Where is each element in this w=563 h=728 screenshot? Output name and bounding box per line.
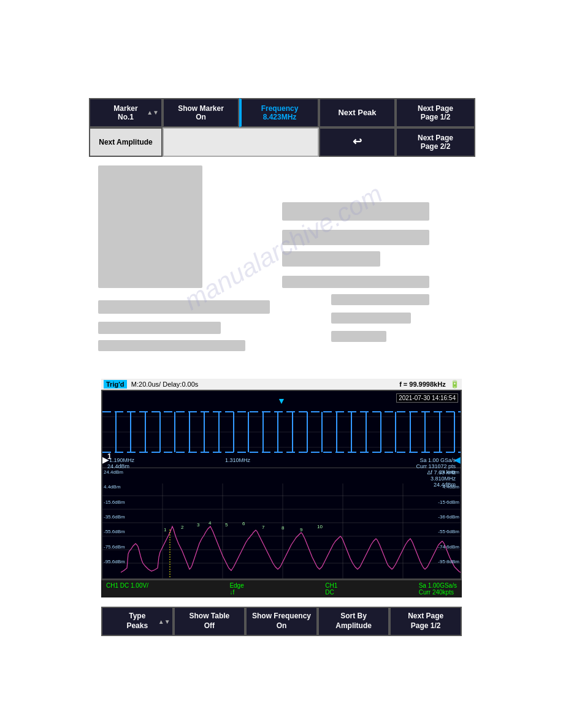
db-label-4l: -35.6dBm [104, 514, 125, 520]
next-amplitude-button[interactable]: Next Amplitude [89, 127, 163, 157]
scope-header-right: f = 99.9998kHz 🔋 [399, 380, 459, 389]
next-peak-label: Next Peak [338, 108, 376, 118]
scope-container: Trig'd M:20.0us/ Delay:0.00s f = 99.9998… [101, 379, 462, 597]
marker-arrow-icon: ▲▼ [147, 109, 159, 116]
frequency-label: Frequency [261, 104, 299, 113]
show-table-value: Off [204, 621, 215, 631]
freq-left-label: -1.190MHz [107, 457, 134, 463]
db-label-3l: -15.6dBm [104, 499, 125, 505]
marker-no-value: No.1 [118, 113, 134, 121]
show-marker-value: On [196, 113, 206, 121]
redacted-block-10 [331, 313, 411, 324]
db-label-7l: -95.6dBm [104, 559, 125, 564]
db-label-2r: 4.4dBm [438, 484, 459, 490]
svg-text:3: 3 [197, 522, 200, 528]
show-marker-label: Show Marker [178, 104, 224, 113]
db-label-2l: 4.4dBm [104, 484, 125, 490]
next-amplitude-label: Next Amplitude [99, 138, 153, 146]
show-marker-button[interactable]: Show Marker On [163, 98, 239, 127]
scope-info-top-left: -1.190MHz 24.4dBm [107, 457, 134, 469]
db-top-label: 24.4dBm [107, 463, 134, 469]
curr-pts: Curr 131072 pts [416, 463, 456, 469]
redacted-block-5 [98, 300, 270, 314]
square-wave-svg [102, 398, 461, 463]
status-ch2: CH1 DC [325, 582, 337, 596]
scope-info-top-mid: 1.310MHz [225, 457, 250, 463]
scope-header: Trig'd M:20.0us/ Delay:0.00s f = 99.9998… [101, 379, 462, 390]
bottom-next-page-label: Next Page [408, 612, 443, 621]
empty-cell [163, 127, 319, 157]
db-label-6l: -75.6dBm [104, 544, 125, 550]
sort-label: Sort By [340, 612, 367, 621]
trig-label: Trig'd [104, 380, 127, 389]
show-table-button[interactable]: Show Table Off [174, 607, 246, 636]
svg-text:4: 4 [209, 520, 212, 526]
db-label-5l: -55.6dBm [104, 529, 125, 534]
next-page-1-value: Page 1/2 [421, 113, 451, 121]
marker-label: Marker [113, 104, 137, 113]
scope-status-bar: CH1 DC 1.00V/ Edge ↓f CH1 DC Sa 1.00GSa/… [101, 580, 462, 597]
redacted-block-4 [282, 251, 380, 267]
spectrum-svg: 1 2 3 4 5 6 7 8 9 10 [102, 483, 461, 578]
type-button[interactable]: Type Peaks ▲▼ [101, 607, 174, 636]
redacted-block-8 [282, 276, 429, 288]
svg-text:9: 9 [300, 527, 303, 533]
timebase-label: M:20.0us/ Delay:0.00s [131, 381, 198, 388]
db-label-3r: -15·6dBm [438, 499, 459, 505]
next-peak-button[interactable]: Next Peak [319, 98, 396, 127]
sa-info: Sa 1.00 GSa/s [416, 457, 456, 463]
freq-display: f = 99.9998kHz [399, 381, 446, 388]
svg-text:6: 6 [242, 521, 245, 526]
frequency-value: 8.423MHz [263, 113, 297, 121]
redacted-block-11 [331, 331, 386, 342]
next-page-1-label: Next Page [418, 104, 453, 113]
next-page-2-button[interactable]: Next Page Page 2/2 [396, 127, 475, 157]
top-menu-bar: Marker No.1 ▲▼ Show Marker On Frequency … [89, 98, 475, 157]
svg-text:8: 8 [282, 525, 285, 531]
next-page-2-label: Next Page [418, 134, 453, 142]
freq-mid-label: 1.310MHz [225, 457, 250, 463]
show-frequency-button[interactable]: Show Frequency On [245, 607, 318, 636]
menu-row-2: Next Amplitude ↩ Next Page Page 2/2 [89, 127, 475, 157]
redacted-content [61, 165, 460, 362]
redacted-block-6 [98, 322, 221, 334]
show-freq-label: Show Frequency [252, 612, 311, 621]
back-icon: ↩ [353, 135, 362, 149]
redacted-block-2 [282, 202, 429, 221]
bottom-menu-bar: Type Peaks ▲▼ Show Table Off Show Freque… [101, 607, 462, 636]
bottom-next-page-button[interactable]: Next Page Page 1/2 [389, 607, 462, 636]
sort-value: Amplitude [335, 621, 372, 631]
type-value: Peaks [126, 621, 148, 631]
db-label-4r: -36·6dBm [438, 514, 459, 520]
next-page-1-button[interactable]: Next Page Page 1/2 [396, 98, 475, 127]
y-labels-right: 24.4dBm 4.4dBm -15·6dBm -36·6dBm -55·6dB… [438, 469, 459, 564]
show-table-label: Show Table [189, 612, 229, 621]
redacted-block-9 [331, 294, 429, 305]
svg-text:7: 7 [262, 525, 265, 530]
status-ch: CH1 DC 1.00V/ [106, 582, 148, 596]
svg-text:1: 1 [164, 527, 167, 533]
bottom-next-page-value: Page 1/2 [411, 621, 441, 631]
sort-by-button[interactable]: Sort By Amplitude [318, 607, 390, 636]
show-freq-value: On [277, 621, 287, 631]
battery-icon: 🔋 [450, 380, 459, 389]
y-labels-left: 24.4dBm 4.4dBm -15.6dBm -35.6dBm -55.6dB… [104, 469, 125, 564]
back-button[interactable]: ↩ [319, 127, 396, 157]
redacted-block-7 [98, 340, 245, 351]
type-arrow-icon: ▲▼ [158, 618, 170, 626]
status-sa: Sa 1.00GSa/s Curr 240kpts [419, 582, 457, 596]
redacted-block-1 [98, 165, 202, 288]
status-trig: Edge ↓f [229, 582, 243, 596]
svg-text:2: 2 [181, 525, 184, 530]
svg-text:10: 10 [317, 524, 323, 529]
frequency-button[interactable]: Frequency 8.423MHz [239, 98, 319, 127]
type-label: Type [129, 612, 145, 621]
db-label-7r: -95·8dBm [438, 559, 459, 564]
db-label-1l: 24.4dBm [104, 469, 125, 475]
db-label-1r: 24.4dBm [438, 469, 459, 475]
marker-no-button[interactable]: Marker No.1 ▲▼ [89, 98, 163, 127]
scope-header-left: Trig'd M:20.0us/ Delay:0.00s [104, 380, 198, 389]
scope-screen: 2021-07-30 14:16:54 ▼ [101, 390, 462, 580]
section-divider [102, 468, 461, 468]
menu-row-1: Marker No.1 ▲▼ Show Marker On Frequency … [89, 98, 475, 127]
